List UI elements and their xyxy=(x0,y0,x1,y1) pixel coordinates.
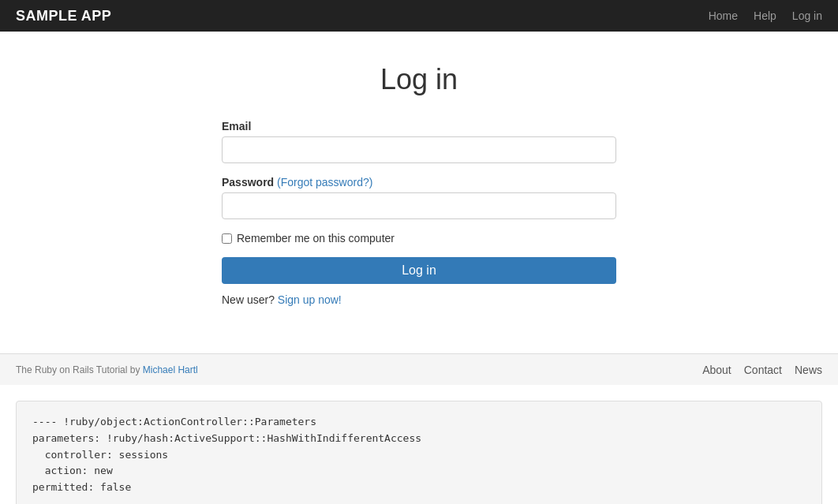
debug-content: ---- !ruby/object:ActionController::Para… xyxy=(32,414,806,496)
password-group: Password (Forgot password?) xyxy=(222,176,616,219)
remember-me-group: Remember me on this computer xyxy=(222,232,616,245)
email-input[interactable] xyxy=(222,136,616,163)
footer-top-links: About Contact News xyxy=(702,364,822,376)
navbar-link-login[interactable]: Log in xyxy=(792,9,822,22)
password-input[interactable] xyxy=(222,192,616,219)
navbar-link-home[interactable]: Home xyxy=(709,9,738,22)
new-user-text: New user? Sign up now! xyxy=(222,293,616,306)
footer-top-contact-link[interactable]: Contact xyxy=(744,364,782,376)
footer-tutorial-text: The Ruby on Rails Tutorial xyxy=(16,364,127,375)
page-title: Log in xyxy=(380,63,458,96)
remember-me-checkbox[interactable] xyxy=(222,233,232,244)
remember-me-label: Remember me on this computer xyxy=(237,232,395,245)
navbar: SAMPLE APP Home Help Log in xyxy=(0,0,838,32)
forgot-password-link[interactable]: (Forgot password?) xyxy=(277,176,372,189)
footer-author-text: Michael Hartl xyxy=(143,364,198,375)
main-content: Log in Email Password (Forgot password?)… xyxy=(0,32,838,353)
email-group: Email xyxy=(222,120,616,163)
footer-by-text: by xyxy=(130,364,143,375)
navbar-links: Home Help Log in xyxy=(709,9,822,22)
email-label: Email xyxy=(222,120,616,133)
password-label: Password (Forgot password?) xyxy=(222,176,616,189)
signup-link[interactable]: Sign up now! xyxy=(278,293,342,306)
navbar-brand[interactable]: SAMPLE APP xyxy=(16,8,111,24)
footer-top-brand: The Ruby on Rails Tutorial by Michael Ha… xyxy=(16,364,198,375)
login-form: Email Password (Forgot password?) Rememb… xyxy=(222,120,616,306)
navbar-link-help[interactable]: Help xyxy=(754,9,776,22)
login-button[interactable]: Log in xyxy=(222,257,616,284)
footer-top-about-link[interactable]: About xyxy=(702,364,731,376)
footer-top-news-link[interactable]: News xyxy=(795,364,822,376)
debug-section: ---- !ruby/object:ActionController::Para… xyxy=(16,401,822,504)
footer-top: The Ruby on Rails Tutorial by Michael Ha… xyxy=(0,353,838,385)
